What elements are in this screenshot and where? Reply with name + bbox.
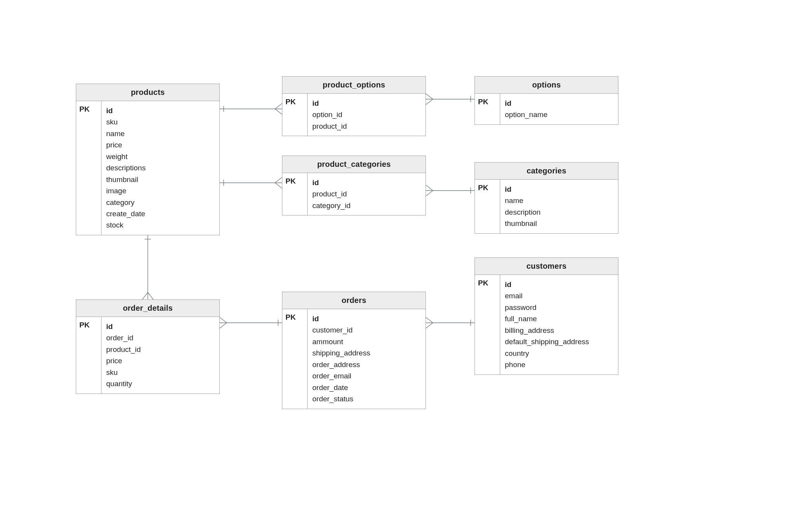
field: order_email: [312, 370, 370, 382]
relationship: [426, 185, 475, 196]
field: thumbnail: [106, 174, 145, 185]
field-pk: id: [106, 105, 145, 116]
field: option_id: [312, 109, 347, 120]
entity-title: product_categories: [282, 156, 426, 173]
relationship: [426, 317, 475, 328]
pk-column: PK: [475, 94, 500, 124]
field: product_id: [312, 188, 350, 200]
entity-product_categories: product_categoriesPKidproduct_idcategory…: [282, 156, 426, 215]
field: password: [505, 302, 589, 313]
field: quantity: [106, 378, 141, 389]
entity-customers: customersPKidemailpasswordfull_namebilli…: [475, 257, 618, 375]
field: sku: [106, 116, 145, 128]
field: order_address: [312, 359, 370, 370]
field: product_id: [312, 121, 347, 132]
field: name: [505, 195, 541, 206]
fields-column: idorder_idproduct_idpriceskuquantity: [102, 317, 145, 394]
field: order_status: [312, 393, 370, 404]
field: thumbnail: [505, 218, 541, 229]
field-pk: id: [505, 98, 548, 109]
fields-column: idcustomer_idammountshipping_addressorde…: [308, 309, 375, 409]
field-pk: id: [312, 177, 350, 188]
field-pk: id: [505, 279, 589, 290]
pk-column: PK: [282, 94, 308, 136]
entity-product_options: product_optionsPKidoption_idproduct_id: [282, 76, 426, 136]
field: create_date: [106, 208, 145, 219]
pk-column: PK: [282, 173, 308, 215]
entity-order_details: order_detailsPKidorder_idproduct_idprice…: [76, 299, 220, 394]
field-pk: id: [505, 184, 541, 195]
field: descriptions: [106, 162, 145, 173]
field-pk: id: [106, 321, 141, 332]
fields-column: idoption_name: [500, 94, 552, 124]
field: image: [106, 185, 145, 196]
field: customer_id: [312, 324, 370, 336]
entity-title: product_options: [282, 77, 426, 94]
pk-column: PK: [282, 309, 308, 409]
relationship: [220, 177, 282, 188]
field: billing_address: [505, 325, 589, 336]
entity-categories: categoriesPKidnamedescriptionthumbnail: [475, 162, 618, 234]
field: category_id: [312, 200, 350, 211]
fields-column: idskunamepriceweightdescriptionsthumbnai…: [102, 101, 150, 235]
relationship: [220, 317, 282, 328]
field-pk: id: [312, 98, 347, 109]
pk-column: PK: [76, 317, 102, 394]
entity-title: customers: [475, 258, 618, 275]
field: order_id: [106, 332, 141, 343]
entity-options: optionsPKidoption_name: [475, 76, 618, 125]
field: phone: [505, 359, 589, 370]
field: product_id: [106, 344, 141, 355]
entity-title: categories: [475, 163, 618, 180]
field: price: [106, 139, 145, 150]
field: name: [106, 128, 145, 139]
field-pk: id: [312, 313, 370, 324]
field: weight: [106, 151, 145, 162]
pk-column: PK: [475, 275, 500, 374]
field: ammount: [312, 336, 370, 347]
field: shipping_address: [312, 347, 370, 359]
relationship: [142, 235, 153, 299]
field: category: [106, 197, 145, 208]
field: order_date: [312, 382, 370, 393]
entity-title: products: [76, 84, 219, 101]
field: sku: [106, 367, 141, 378]
pk-column: PK: [475, 180, 500, 233]
field: email: [505, 290, 589, 301]
entity-title: options: [475, 77, 618, 94]
pk-column: PK: [76, 101, 102, 235]
fields-column: idemailpasswordfull_namebilling_addressd…: [500, 275, 594, 374]
entity-title: orders: [282, 292, 426, 309]
field: stock: [106, 219, 145, 231]
entity-orders: ordersPKidcustomer_idammountshipping_add…: [282, 292, 426, 409]
erd-canvas: productsPKidskunamepriceweightdescriptio…: [0, 0, 788, 532]
field: country: [505, 348, 589, 359]
relationship: [220, 103, 282, 114]
field: description: [505, 206, 541, 218]
field: price: [106, 355, 141, 366]
fields-column: idnamedescriptionthumbnail: [500, 180, 545, 233]
field: full_name: [505, 313, 589, 324]
fields-column: idoption_idproduct_id: [308, 94, 352, 136]
fields-column: idproduct_idcategory_id: [308, 173, 355, 215]
relationship: [426, 94, 475, 105]
entity-products: productsPKidskunamepriceweightdescriptio…: [76, 84, 220, 235]
field: option_name: [505, 109, 548, 120]
field: default_shipping_address: [505, 336, 589, 347]
entity-title: order_details: [76, 300, 219, 317]
